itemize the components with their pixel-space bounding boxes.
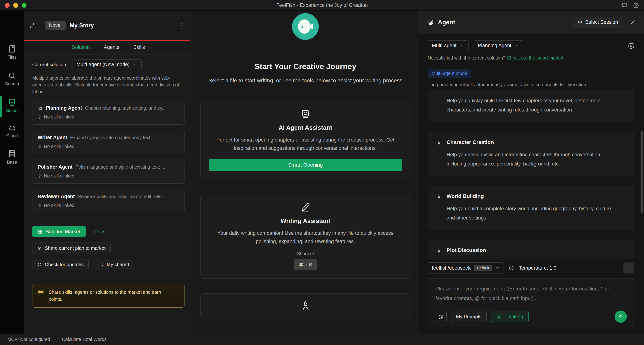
settings-gear-icon[interactable] [633,2,639,8]
share-plan-button[interactable]: Share current plan to market [32,242,110,254]
rail-item-search[interactable]: Search [0,71,24,86]
agent-card-writer[interactable]: Writer Agent Expand synopsis into chapte… [32,130,184,154]
scrollbar-thumb[interactable] [641,131,642,213]
docs-link[interactable]: Docs [94,229,106,234]
gift-icon [38,289,44,296]
agent-settings-gear-icon[interactable] [628,42,634,49]
check-updates-button[interactable]: Check for updates [32,259,89,270]
requirements-input[interactable] [436,284,627,306]
card-description: Your daily writing companion! Use the sh… [214,229,397,246]
pencil-icon [300,202,310,212]
mode-description: The primary agent will autonomously assi… [428,82,634,87]
card-title: Writing Assistant [280,218,330,224]
divider [32,220,184,220]
smart-opening-button[interactable]: Smart Opening [209,159,402,171]
chevron-down-icon [515,44,519,48]
agent-card-reviewer[interactable]: Reviewer Agent Review quality and logic;… [32,189,184,213]
my-shared-button[interactable]: My shared [94,259,134,270]
bolt-icon [38,115,42,119]
model-default-badge: Default [474,265,492,271]
cloud-icon [8,123,16,132]
server-icon [8,150,16,158]
hint-text: Not satisfied with the current solution? [428,55,507,60]
nav-rail: Files Search Smart Cloud Base [0,10,24,334]
chevron-down-icon [133,63,137,67]
arrow-up-icon [618,314,624,320]
rail-item-base[interactable]: Base [0,150,24,165]
agent-panel-header: Agent Select Session [418,10,644,34]
bolt-icon [38,204,42,208]
thinking-toggle-button[interactable]: Thinking [491,311,528,322]
agent-card-planning[interactable]: Planning Agent Chapter planning, task se… [32,100,184,124]
panel-tabs: Solution Agents Skills [24,40,193,54]
bulb-icon [436,248,442,253]
mcp-status[interactable]: MCP: Not configured [7,337,50,342]
clock-icon [578,20,582,25]
bulb-icon [436,194,442,199]
rail-item-smart[interactable]: Smart [0,98,24,113]
bulb-icon [436,140,442,145]
project-panel: Novel My Story ⋮ Solution Agents Skills … [24,10,193,334]
atom-icon [496,314,502,319]
welcome-heading: Start Your Creative Journey [254,62,356,71]
solution-tab-content: Current solution: Multi-agent (New mode)… [24,54,193,334]
grid-icon [38,230,42,234]
current-solution-label: Current solution: [32,62,68,68]
person-icon [300,301,310,311]
add-button[interactable] [623,262,634,274]
share-nodes-icon [99,262,104,267]
tab-skills[interactable]: Skills [133,40,145,54]
agent-select[interactable]: Planning Agent [474,40,524,51]
info-icon[interactable] [508,265,514,271]
suggestion-card-character-creation[interactable]: Character Creation Help you design vivid… [428,132,634,176]
send-button[interactable] [615,310,627,323]
smart-market-link[interactable]: Check out the smart market [507,55,563,60]
writing-assistant-card: Writing Assistant Your daily writing com… [200,194,410,279]
app-window: FeelFish - Experience the Joy of Creatio… [0,0,644,345]
model-select[interactable]: feelfish/deepseek Default [428,262,504,274]
project-title: My Story [70,22,94,29]
my-prompts-button[interactable]: My Prompts [451,311,486,322]
agent-panel: Agent Select Session Multi-agent Plannin… [418,10,644,334]
welcome-panel: Start Your Creative Journey Select a fil… [193,10,418,334]
mode-select[interactable]: Multi-agent [428,40,468,51]
card-description: Perfect for smart opening chapters or as… [214,136,397,152]
card-title: AI Agent Assistant [279,124,332,131]
agent-panel-body: Multi-agent Planning Agent Not satisfied… [418,34,644,334]
suggestion-card-world-building[interactable]: World Building Help you build a complete… [428,186,634,230]
welcome-subheading: Select a file to start writing, or use t… [202,76,409,85]
calculate-words-button[interactable]: Calculate Total Words [62,337,106,342]
close-panel-icon[interactable] [630,20,636,25]
rail-item-cloud[interactable]: Cloud [0,123,24,138]
window-title: FeelFish - Experience the Joy of Creatio… [0,0,644,10]
book-icon [8,44,16,53]
robot-icon [428,19,434,26]
kebab-menu-icon[interactable]: ⋮ [178,22,186,29]
bolt-icon [38,144,42,148]
solution-select[interactable]: Multi-agent (New mode) [72,59,142,70]
market-points-notice: Share skills, agents or solutions to the… [32,284,184,308]
refresh-icon [37,262,42,267]
solution-market-button[interactable]: Solution Market [32,226,86,237]
character-tools-card [200,294,410,318]
title-bar: FeelFish - Experience the Joy of Creatio… [0,0,644,10]
chevron-down-icon [460,44,464,48]
select-session-button[interactable]: Select Session [573,17,623,28]
shortcut-label: Shortcut [297,251,314,256]
chevron-down-icon [496,266,500,270]
tab-agents[interactable]: Agents [104,40,119,54]
robot-icon [8,98,16,106]
feedback-chat-icon[interactable] [622,2,628,8]
status-bar: MCP: Not configured Calculate Total Word… [0,334,644,345]
mention-button[interactable]: @ [435,311,446,322]
agent-card-polisher[interactable]: Polisher Agent Polish language and style… [32,159,184,184]
rail-item-files[interactable]: Files [0,44,24,60]
robot-icon [300,109,310,119]
suggestion-card-plot-discussion[interactable]: Plot Discussion Help me discuss plot, pl… [428,240,634,260]
fish-logo [292,13,319,40]
collapse-sidebar-icon[interactable] [29,22,35,28]
suggestion-list: Help you quickly build the first few cha… [428,90,634,260]
suggestion-card-novel-opening[interactable]: Help you quickly build the first few cha… [428,90,634,122]
tab-solution[interactable]: Solution [72,40,90,54]
project-header: Novel My Story ⋮ [24,10,193,40]
